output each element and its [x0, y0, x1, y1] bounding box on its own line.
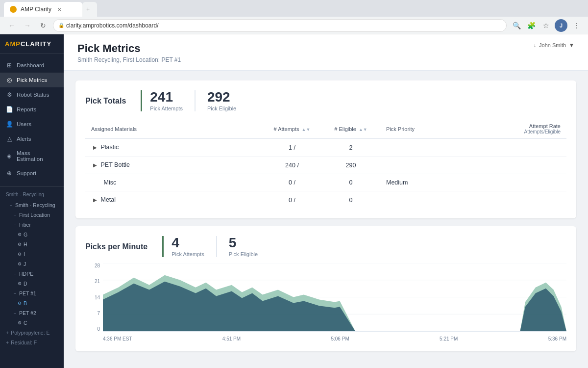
url-text: clarity.amprobotics.com/dashboard/ — [66, 22, 159, 29]
sidebar-logo: AMPCLARITY — [0, 34, 64, 54]
sidebar-item-reports[interactable]: 📄 Reports — [0, 102, 64, 117]
picks-chart-container: 28 21 14 7 0 — [85, 263, 566, 342]
user-avatar[interactable]: J — [555, 19, 567, 32]
robot-h-icon: ⚙ — [18, 242, 22, 247]
ppm-attempts-block: 4 Pick Attempts — [162, 236, 204, 257]
sidebar-label-mass-estimation: Mass Estimation — [17, 150, 58, 162]
y-label-21: 21 — [95, 279, 100, 284]
cell-pet-name: ▶ PET Bottle — [85, 157, 263, 174]
user-name: John Smith — [539, 42, 566, 48]
tree-group-hdpe[interactable]: – HDPE — [0, 269, 64, 279]
table-header-row: Assigned Materials # Attempts ▲▼ # Eligi… — [85, 119, 566, 139]
tree-robot-c[interactable]: ⚙ C — [0, 318, 64, 328]
pick-totals-header: Pick Totals 241 Pick Attempts 292 Pick E… — [85, 90, 566, 111]
cell-plastic-name: ▶ Plastic — [85, 139, 263, 157]
x-label-536: 5:36 PM — [548, 336, 566, 342]
picks-per-minute-header: Picks per Minute 4 Pick Attempts 5 Pick … — [85, 236, 566, 257]
sort-indicator-attempts: ▲▼ — [302, 127, 311, 132]
sidebar-label-dashboard: Dashboard — [17, 62, 44, 68]
active-tab[interactable]: AMP Clarity ✕ — [4, 2, 82, 17]
page-title: Pick Metrics — [77, 42, 181, 55]
dashboard-icon: ⊞ — [6, 62, 13, 69]
tree-robot-h[interactable]: ⚙ H — [0, 239, 64, 249]
cell-misc-attempts: 0 / — [263, 174, 321, 191]
sidebar-item-pick-metrics[interactable]: ◎ Pick Metrics — [0, 73, 64, 87]
pick-totals-eligible-block: 292 Pick Eligible — [195, 90, 236, 111]
user-dropdown-icon[interactable]: ▼ — [569, 42, 574, 48]
tree-robot-b[interactable]: ⚙ B — [0, 298, 64, 308]
sidebar-item-support[interactable]: ⊕ Support — [0, 166, 64, 181]
sidebar-item-mass-estimation[interactable]: ◈ Mass Estimation — [0, 146, 64, 166]
add-polypropylene[interactable]: + Polypropylene: E — [0, 328, 64, 338]
tree-location-label: First Location — [19, 212, 50, 218]
robot-status-icon: ⚙ — [6, 91, 13, 98]
menu-icon[interactable]: ⋮ — [570, 20, 582, 31]
sidebar-label-support: Support — [17, 170, 36, 176]
tree-org[interactable]: – Smith - Recycling — [0, 200, 64, 210]
misc-label: Misc — [103, 179, 116, 186]
chart-x-axis: 4:36 PM EST 4:51 PM 5:06 PM 5:21 PM 5:36… — [103, 336, 566, 342]
x-label-436: 4:36 PM EST — [103, 336, 132, 342]
tree-robot-j[interactable]: ⚙ J — [0, 259, 64, 269]
y-label-28: 28 — [95, 263, 100, 268]
cell-pet-attempts: 240 / — [263, 157, 321, 174]
ppm-attempts-label: Pick Attempts — [172, 251, 204, 257]
cell-plastic-attempts: 1 / — [263, 139, 321, 157]
tree-robot-b-label: B — [24, 300, 27, 306]
alerts-icon: △ — [6, 135, 13, 142]
tree-group-pet2[interactable]: – PET #2 — [0, 308, 64, 318]
cell-misc-rate — [478, 174, 566, 191]
tree-robot-i-label: I — [24, 251, 25, 257]
pick-totals-eligible-label: Pick Eligible — [207, 105, 236, 111]
sidebar-label-users: Users — [17, 121, 31, 127]
expand-metal-button[interactable]: ▶ — [91, 196, 99, 204]
refresh-button[interactable]: ↻ — [37, 20, 49, 31]
sidebar-item-dashboard[interactable]: ⊞ Dashboard — [0, 58, 64, 73]
sidebar-label-reports: Reports — [17, 106, 36, 112]
logo-clarity: CLARITY — [21, 40, 51, 48]
tree-fiber-label: Fiber — [19, 222, 31, 228]
tab-close-button[interactable]: ✕ — [55, 5, 63, 13]
expand-pet-button[interactable]: ▶ — [91, 161, 99, 169]
tree-pet2-label: PET #2 — [19, 310, 36, 316]
tree-group-pet1[interactable]: – PET #1 — [0, 289, 64, 298]
main-content: Pick Metrics Smith Recycling, First Loca… — [64, 34, 588, 368]
tree-robot-g[interactable]: ⚙ G — [0, 230, 64, 239]
col-rate-line2: Attempts/Eligible — [484, 129, 561, 134]
sidebar-item-robot-status[interactable]: ⚙ Robot Status — [0, 87, 64, 102]
sidebar: AMPCLARITY ⊞ Dashboard ◎ Pick Metrics ⚙ … — [0, 34, 64, 368]
tree-robot-i[interactable]: ⚙ I — [0, 249, 64, 259]
sidebar-label-alerts: Alerts — [17, 136, 31, 142]
url-bar[interactable]: 🔒 clarity.amprobotics.com/dashboard/ — [53, 19, 507, 32]
bookmark-icon[interactable]: ☆ — [540, 20, 552, 31]
col-header-attempts[interactable]: # Attempts ▲▼ — [263, 119, 321, 139]
search-icon[interactable]: 🔍 — [511, 20, 522, 31]
new-tab-button[interactable]: + — [82, 2, 97, 17]
tree-collapse-location: – — [14, 212, 16, 217]
add-residual[interactable]: + Residual: F — [0, 338, 64, 347]
browser-tab-bar: AMP Clarity ✕ + — [0, 0, 588, 17]
sidebar-item-users[interactable]: 👤 Users — [0, 117, 64, 131]
pet-label: PET Bottle — [100, 161, 130, 168]
tree-robot-d[interactable]: ⚙ D — [0, 279, 64, 289]
col-header-eligible[interactable]: # Eligible ▲▼ — [321, 119, 380, 139]
back-button[interactable]: ← — [6, 20, 18, 31]
robot-c-icon: ⚙ — [18, 320, 22, 325]
add-residual-icon: + — [6, 340, 9, 345]
robot-i-icon: ⚙ — [18, 252, 22, 257]
mass-estimation-icon: ◈ — [6, 153, 13, 159]
tree-location[interactable]: – First Location — [0, 210, 64, 220]
page-header-left: Pick Metrics Smith Recycling, First Loca… — [77, 42, 181, 63]
expand-plastic-button[interactable]: ▶ — [91, 144, 99, 151]
forward-button[interactable]: → — [22, 20, 33, 31]
table-body: ▶ Plastic 1 / 2 ▶ — [85, 139, 566, 209]
sidebar-item-alerts[interactable]: △ Alerts — [0, 131, 64, 146]
tab-favicon — [10, 6, 17, 13]
picks-per-minute-card: Picks per Minute 4 Pick Attempts 5 Pick … — [75, 226, 576, 351]
tree-pet1-label: PET #1 — [19, 290, 36, 296]
extension-icon[interactable]: 🧩 — [525, 20, 537, 31]
col-header-priority: Pick Priority — [380, 119, 478, 139]
tree-group-fiber[interactable]: – Fiber — [0, 220, 64, 230]
y-label-0: 0 — [97, 326, 100, 332]
x-label-506: 5:06 PM — [331, 336, 349, 342]
